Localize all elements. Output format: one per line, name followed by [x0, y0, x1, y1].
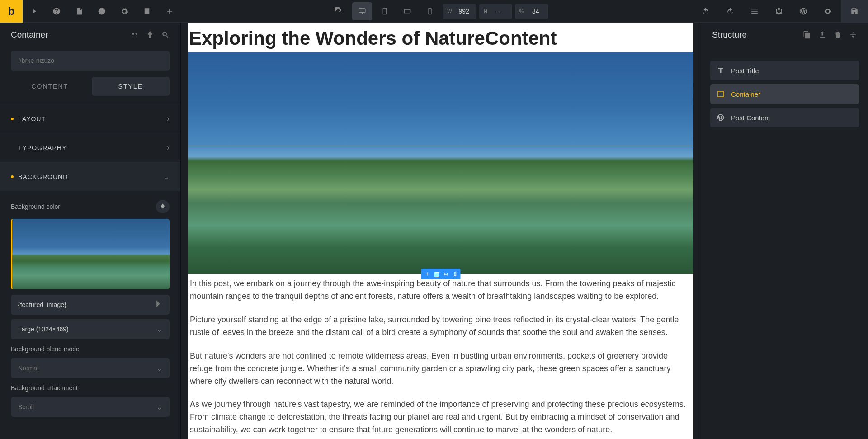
expand-icon[interactable]	[849, 31, 857, 39]
paragraph: As we journey through nature's vast tape…	[190, 398, 692, 436]
element-search[interactable]: #brxe-nizuzo	[11, 51, 170, 71]
main-row: Container #brxe-nizuzo CONTENT STYLE LAY…	[0, 23, 868, 439]
svg-rect-6	[718, 91, 723, 97]
height-box[interactable]: H –	[479, 4, 512, 19]
bg-blend-select[interactable]: Normal ⌄	[11, 358, 170, 378]
toolbar-center: W 992 H – % 84	[181, 0, 694, 23]
structure-item-post-content[interactable]: Post Content	[710, 108, 859, 127]
bg-image-preview[interactable]	[11, 219, 170, 289]
move-icon[interactable]: ⇔	[443, 270, 449, 278]
bg-attach-value: Scroll	[18, 403, 34, 411]
width-value[interactable]: 992	[458, 8, 476, 15]
zoom-box[interactable]: % 84	[515, 4, 548, 19]
post-content[interactable]: In this post, we embark on a journey thr…	[188, 274, 693, 436]
element-action-bar: ＋ ▥ ⇔ ⇕	[421, 269, 461, 279]
chevron-right-icon: ›	[167, 114, 170, 123]
structure-toggle-button[interactable]	[743, 0, 766, 23]
viewport-mobile-button[interactable]	[420, 2, 440, 20]
preview-button[interactable]	[816, 0, 839, 23]
text-icon	[717, 66, 725, 75]
right-panel-header: Structure	[701, 23, 868, 47]
structure-actions	[803, 31, 857, 39]
structure-item-label: Post Title	[731, 67, 759, 75]
class-button[interactable]	[136, 0, 158, 23]
chevron-down-icon: ⌄	[156, 364, 162, 373]
import-icon[interactable]	[818, 31, 826, 39]
paragraph: In this post, we embark on a journey thr…	[190, 278, 692, 303]
element-search-placeholder: #brxe-nizuzo	[18, 57, 54, 64]
pages-button[interactable]	[68, 0, 90, 23]
add-icon[interactable]: ＋	[424, 270, 430, 278]
svg-rect-3	[429, 8, 431, 14]
brush-icon[interactable]	[146, 31, 154, 39]
delete-icon[interactable]	[834, 31, 842, 39]
bg-color-row: Background color	[11, 200, 170, 213]
width-box[interactable]: W 992	[443, 4, 476, 19]
reload-button[interactable]	[327, 0, 349, 23]
chevron-down-icon: ⌄	[163, 172, 170, 182]
svg-rect-2	[404, 9, 410, 13]
left-tabs: CONTENT STYLE	[11, 77, 170, 96]
viewport-tablet-landscape-button[interactable]	[397, 2, 417, 20]
add-element-button[interactable]	[158, 0, 181, 23]
accordion-layout-label: LAYOUT	[18, 115, 46, 123]
wordpress-icon	[717, 113, 725, 122]
container-element[interactable]: ＋ ▥ ⇔ ⇕	[188, 52, 693, 274]
accordion-typography-label: TYPOGRAPHY	[18, 144, 66, 151]
structure-title: Structure	[712, 30, 747, 40]
accordion-background[interactable]: BACKGROUND ⌄	[0, 162, 180, 191]
canvas[interactable]: Exploring the Wonders of NatureContent ＋…	[188, 23, 693, 439]
copy-icon[interactable]	[803, 31, 811, 39]
chevron-right-icon: ›	[167, 143, 170, 152]
svg-point-5	[136, 33, 138, 35]
chevron-down-icon: ⌄	[156, 403, 162, 411]
color-picker-button[interactable]	[156, 200, 170, 213]
element-title: Container	[11, 30, 48, 40]
structure-item-container[interactable]: Container	[710, 84, 859, 104]
dynamic-data-icon[interactable]	[154, 300, 162, 310]
bg-attach-select[interactable]: Scroll ⌄	[11, 397, 170, 417]
paragraph: Picture yourself standing at the edge of…	[190, 314, 692, 339]
top-toolbar: b W 992 H – % 84	[0, 0, 868, 23]
svg-rect-1	[383, 8, 387, 14]
zoom-value[interactable]: 84	[529, 8, 547, 15]
help-button[interactable]	[45, 0, 68, 23]
element-id-icon[interactable]	[131, 31, 139, 39]
redo-button[interactable]	[719, 0, 741, 23]
undo-button[interactable]	[694, 0, 717, 23]
accordion-layout[interactable]: LAYOUT ›	[0, 104, 180, 133]
stretch-icon[interactable]: ⇕	[453, 270, 458, 278]
height-value[interactable]: –	[493, 8, 511, 15]
left-panel: Container #brxe-nizuzo CONTENT STYLE LAY…	[0, 23, 181, 439]
viewport-desktop-button[interactable]	[352, 2, 372, 20]
post-title[interactable]: Exploring the Wonders of NatureContent	[188, 23, 693, 52]
columns-icon[interactable]: ▥	[434, 270, 440, 278]
structure-item-label: Container	[731, 90, 760, 98]
play-button[interactable]	[23, 0, 45, 23]
save-button[interactable]	[841, 0, 868, 23]
accordion-background-label: BACKGROUND	[18, 173, 68, 180]
bg-blend-label: Background blend mode	[11, 345, 170, 353]
tab-content[interactable]: CONTENT	[11, 77, 89, 96]
zoom-label: %	[516, 9, 528, 14]
bg-attach-label: Background attachment	[11, 384, 170, 392]
viewport-tablet-portrait-button[interactable]	[375, 2, 395, 20]
wordpress-button[interactable]	[792, 0, 815, 23]
svg-rect-0	[359, 9, 365, 13]
accordion-typography[interactable]: TYPOGRAPHY ›	[0, 133, 180, 162]
structure-item-post-title[interactable]: Post Title	[710, 61, 859, 80]
settings-button[interactable]	[113, 0, 136, 23]
bg-blend-value: Normal	[18, 364, 38, 372]
templates-button[interactable]	[768, 0, 790, 23]
width-label: W	[443, 9, 456, 14]
toolbar-left: b	[0, 0, 181, 23]
search-icon[interactable]	[161, 31, 170, 39]
bg-image-source-select[interactable]: {featured_image}	[11, 295, 170, 315]
bg-color-label: Background color	[11, 203, 60, 210]
toolbar-right	[694, 0, 868, 23]
logo[interactable]: b	[0, 0, 23, 23]
height-label: H	[480, 9, 491, 14]
revisions-button[interactable]	[90, 0, 113, 23]
bg-image-size-select[interactable]: Large (1024×469) ⌄	[11, 319, 170, 339]
tab-style[interactable]: STYLE	[92, 77, 170, 96]
